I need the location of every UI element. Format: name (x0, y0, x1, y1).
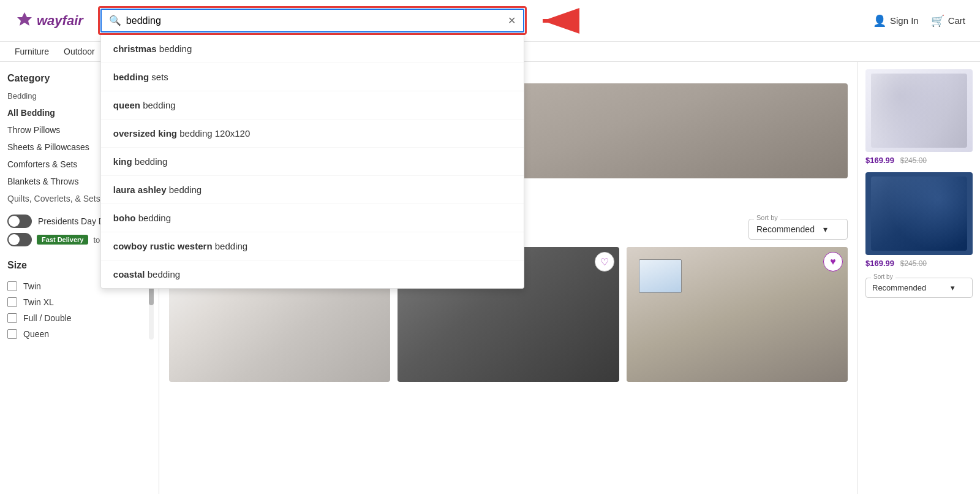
autocomplete-item[interactable]: coastal bedding (101, 260, 524, 288)
mini-card-1[interactable]: $169.99 $245.00 (865, 69, 973, 165)
product-card-3-img (627, 247, 848, 382)
cart-button[interactable]: 🛒 Cart (931, 14, 965, 28)
logo-text: wayfair (37, 13, 83, 29)
cart-label: Cart (948, 15, 965, 26)
nav-item-furniture[interactable]: Furniture (15, 47, 49, 56)
autocomplete-item[interactable]: boho bedding (101, 204, 524, 232)
search-icon: 🔍 (109, 15, 121, 26)
autocomplete-item[interactable]: bedding sets (101, 63, 524, 91)
search-wrapper: 🔍 ✕ christmas bedding bedding sets queen… (98, 6, 527, 35)
right-panel-sort-value: Recommended (872, 283, 926, 292)
red-arrow-icon (537, 7, 579, 34)
search-box: 🔍 ✕ (98, 6, 527, 35)
right-panel-sort-select[interactable]: Recommended ▾ (866, 278, 972, 297)
presidents-day-toggle[interactable] (7, 215, 32, 228)
account-icon: 👤 (873, 14, 886, 28)
mini-card-2-price-new: $169.99 (865, 259, 894, 268)
size-item-queen[interactable]: Queen (7, 326, 151, 342)
product-card-3[interactable]: ♥ (627, 247, 848, 382)
autocomplete-item[interactable]: king bedding (101, 148, 524, 176)
autocomplete-item[interactable]: laura ashley bedding (101, 176, 524, 204)
header: wayfair 🔍 ✕ christmas bedding bedding se… (0, 0, 980, 42)
autocomplete-item[interactable]: queen bedding (101, 91, 524, 120)
clear-icon[interactable]: ✕ (508, 15, 516, 26)
cart-icon: 🛒 (931, 14, 944, 28)
sign-in-button[interactable]: 👤 Sign In (873, 14, 919, 28)
svg-marker-0 (17, 12, 32, 26)
autocomplete-item[interactable]: cowboy rustic western bedding (101, 232, 524, 260)
mini-card-2-img (865, 172, 973, 255)
autocomplete-dropdown: christmas bedding bedding sets queen bed… (100, 35, 524, 289)
nav-item-outdoor[interactable]: Outdoor (64, 47, 95, 56)
sort-chevron-icon: ▾ (823, 224, 827, 234)
sort-value: Recommended (756, 224, 815, 234)
mini-card-2[interactable]: $169.99 $245.00 (865, 172, 973, 268)
header-actions: 👤 Sign In 🛒 Cart (873, 14, 965, 28)
twin-xl-checkbox[interactable] (7, 297, 17, 307)
size-title: Size (7, 260, 27, 271)
right-panel-sort-wrapper: Sort by Recommended ▾ (865, 278, 973, 298)
search-input[interactable] (126, 15, 503, 26)
right-panel-sort-chevron: ▾ (951, 283, 955, 292)
logo[interactable]: wayfair (15, 11, 83, 31)
autocomplete-item[interactable]: christmas bedding (101, 35, 524, 63)
wishlist-btn-2[interactable]: ♡ (595, 252, 614, 272)
red-arrow-annotation (537, 7, 579, 34)
size-item-twin-xl[interactable]: Twin XL (7, 294, 151, 310)
sort-wrapper: Sort by Recommended ▾ (748, 219, 848, 240)
category-title: Category (7, 73, 50, 84)
mini-card-1-price-new: $169.99 (865, 156, 894, 165)
twin-checkbox[interactable] (7, 281, 17, 291)
wayfair-logo-icon (15, 11, 34, 31)
fast-delivery-toggle[interactable] (7, 233, 32, 246)
wishlist-btn-3[interactable]: ♥ (823, 252, 843, 272)
queen-checkbox[interactable] (7, 329, 17, 339)
mini-card-1-img (865, 69, 973, 152)
sort-select[interactable]: Recommended ▾ (749, 219, 847, 239)
size-item-full[interactable]: Full / Double (7, 310, 151, 326)
full-checkbox[interactable] (7, 313, 17, 323)
fast-delivery-badge: Fast Delivery (37, 235, 88, 245)
sign-in-label: Sign In (890, 15, 919, 26)
right-panel: $169.99 $245.00 $169.99 $245.00 Sort by … (858, 62, 980, 494)
mini-card-2-prices: $169.99 $245.00 (865, 259, 973, 268)
autocomplete-item[interactable]: oversized king bedding 120x120 (101, 120, 524, 148)
mini-card-1-prices: $169.99 $245.00 (865, 156, 973, 165)
sort-by-label: Sort by (754, 214, 780, 221)
